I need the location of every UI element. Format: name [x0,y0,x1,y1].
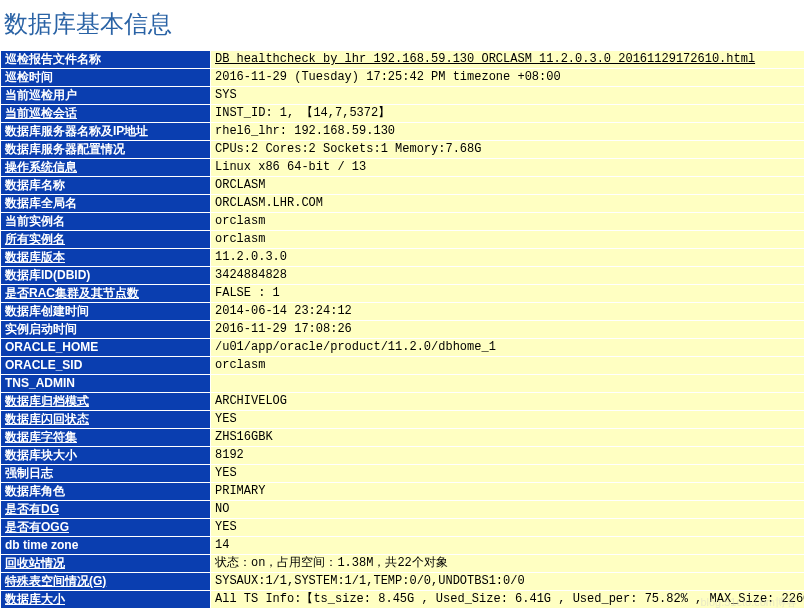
row-label: 数据库名称 [1,177,211,195]
row-label: 操作系统信息 [1,159,211,177]
row-value: ORCLASM [211,177,805,195]
table-row: 数据库全局名ORCLASM.LHR.COM [1,195,805,213]
table-row: 当前实例名orclasm [1,213,805,231]
label-link[interactable]: 数据库归档模式 [5,394,89,408]
label-link[interactable]: 数据库字符集 [5,430,77,444]
row-label: 巡检时间 [1,69,211,87]
row-value: NO [211,501,805,519]
row-value: 2016-11-29 (Tuesday) 17:25:42 PM timezon… [211,69,805,87]
row-value: 状态：on，占用空间：1.38M，共22个对象 [211,555,805,573]
row-label: 强制日志 [1,465,211,483]
row-label: 数据库闪回状态 [1,411,211,429]
label-link[interactable]: 是否有OGG [5,520,69,534]
table-row: 操作系统信息Linux x86 64-bit / 13 [1,159,805,177]
row-label: ORACLE_SID [1,357,211,375]
table-row: 数据库字符集ZHS16GBK [1,429,805,447]
row-value: CPUs:2 Cores:2 Sockets:1 Memory:7.68G [211,141,805,159]
row-value: orclasm [211,213,805,231]
row-label: 特殊表空间情况(G) [1,573,211,591]
row-value: SYSAUX:1/1,SYSTEM:1/1,TEMP:0/0,UNDOTBS1:… [211,573,805,591]
row-value: ZHS16GBK [211,429,805,447]
row-value: orclasm [211,357,805,375]
row-value: PRIMARY [211,483,805,501]
row-label: 数据库全局名 [1,195,211,213]
label-link[interactable]: 数据库大小 [5,592,65,606]
table-row: 是否有OGGYES [1,519,805,537]
row-value: DB_healthcheck_by_lhr_192.168.59.130_ORC… [211,51,805,69]
label-link[interactable]: 当前巡检会话 [5,106,77,120]
label-link[interactable]: 是否RAC集群及其节点数 [5,286,139,300]
row-label: TNS_ADMIN [1,375,211,393]
table-row: 数据库版本11.2.0.3.0 [1,249,805,267]
table-row: 数据库ID(DBID)3424884828 [1,267,805,285]
row-label: 当前巡检会话 [1,105,211,123]
table-row: 巡检报告文件名称DB_healthcheck_by_lhr_192.168.59… [1,51,805,69]
row-value: ARCHIVELOG [211,393,805,411]
table-row: 数据库创建时间2014-06-14 23:24:12 [1,303,805,321]
table-row: 数据库服务器配置情况CPUs:2 Cores:2 Sockets:1 Memor… [1,141,805,159]
label-link[interactable]: 是否有DG [5,502,59,516]
table-row: ORACLE_HOME/u01/app/oracle/product/11.2.… [1,339,805,357]
row-label: db time zone [1,537,211,555]
table-row: 数据库块大小8192 [1,447,805,465]
label-link[interactable]: 特殊表空间情况(G) [5,574,106,588]
table-row: TNS_ADMIN [1,375,805,393]
table-row: 强制日志YES [1,465,805,483]
row-value: YES [211,519,805,537]
table-row: 特殊表空间情况(G)SYSAUX:1/1,SYSTEM:1/1,TEMP:0/0… [1,573,805,591]
row-label: 数据库创建时间 [1,303,211,321]
row-label: 是否RAC集群及其节点数 [1,285,211,303]
table-row: 是否RAC集群及其节点数FALSE : 1 [1,285,805,303]
row-label: 数据库服务器配置情况 [1,141,211,159]
table-row: 实例启动时间2016-11-29 17:08:26 [1,321,805,339]
row-value: SYS [211,87,805,105]
row-label: 数据库归档模式 [1,393,211,411]
row-value: 2014-06-14 23:24:12 [211,303,805,321]
row-value: YES [211,465,805,483]
row-label: 数据库字符集 [1,429,211,447]
label-link[interactable]: 操作系统信息 [5,160,77,174]
page-title: 数据库基本信息 [0,0,805,50]
row-label: 当前实例名 [1,213,211,231]
row-label: 是否有OGG [1,519,211,537]
table-row: ORACLE_SIDorclasm [1,357,805,375]
row-value: 11.2.0.3.0 [211,249,805,267]
row-label: 数据库大小 [1,591,211,609]
table-row: 回收站情况状态：on，占用空间：1.38M，共22个对象 [1,555,805,573]
table-row: 数据库名称ORCLASM [1,177,805,195]
row-value: 3424884828 [211,267,805,285]
watermark: blog.51cto.com博客 [700,595,797,609]
db-info-table: 巡检报告文件名称DB_healthcheck_by_lhr_192.168.59… [0,50,805,609]
row-value: 14 [211,537,805,555]
row-label: 实例启动时间 [1,321,211,339]
table-row: db time zone14 [1,537,805,555]
row-label: 数据库服务器名称及IP地址 [1,123,211,141]
label-link[interactable]: 回收站情况 [5,556,65,570]
row-value: /u01/app/oracle/product/11.2.0/dbhome_1 [211,339,805,357]
label-link[interactable]: 数据库版本 [5,250,65,264]
row-label: 当前巡检用户 [1,87,211,105]
label-link[interactable]: 数据库闪回状态 [5,412,89,426]
table-row: 巡检时间2016-11-29 (Tuesday) 17:25:42 PM tim… [1,69,805,87]
table-row: 数据库角色PRIMARY [1,483,805,501]
value-link[interactable]: DB_healthcheck_by_lhr_192.168.59.130_ORC… [215,52,755,66]
row-label: 所有实例名 [1,231,211,249]
row-value: 2016-11-29 17:08:26 [211,321,805,339]
row-label: 数据库ID(DBID) [1,267,211,285]
row-value: Linux x86 64-bit / 13 [211,159,805,177]
row-label: 回收站情况 [1,555,211,573]
row-label: 数据库块大小 [1,447,211,465]
table-row: 数据库服务器名称及IP地址rhel6_lhr: 192.168.59.130 [1,123,805,141]
row-value [211,375,805,393]
table-row: 当前巡检用户SYS [1,87,805,105]
row-value: INST_ID: 1, 【14,7,5372】 [211,105,805,123]
row-label: 数据库角色 [1,483,211,501]
row-value: rhel6_lhr: 192.168.59.130 [211,123,805,141]
table-row: 数据库大小All TS Info:【ts_size: 8.45G , Used_… [1,591,805,609]
row-value: 8192 [211,447,805,465]
row-label: 巡检报告文件名称 [1,51,211,69]
row-label: ORACLE_HOME [1,339,211,357]
row-label: 数据库版本 [1,249,211,267]
label-link[interactable]: 所有实例名 [5,232,65,246]
table-row: 数据库归档模式ARCHIVELOG [1,393,805,411]
